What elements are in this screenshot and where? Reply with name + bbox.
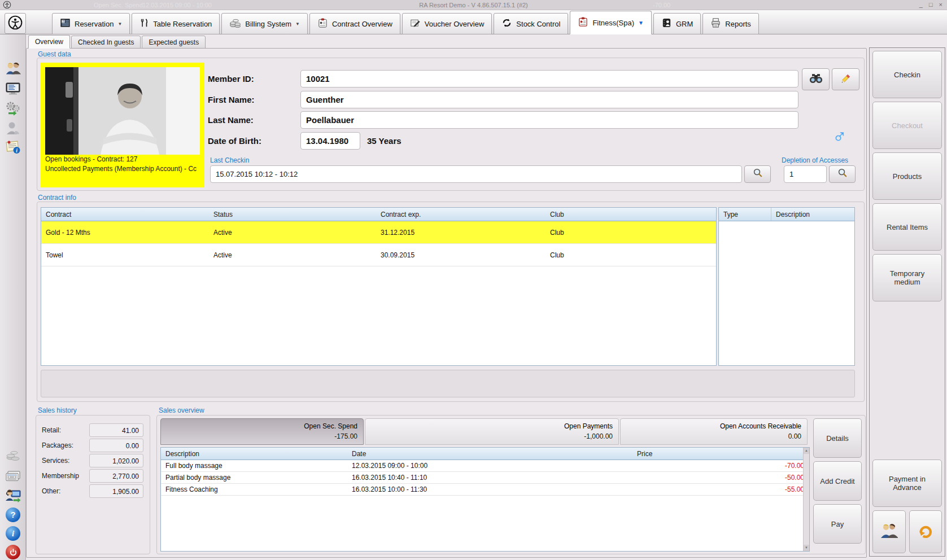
- last-checkin-search-button[interactable]: [744, 165, 771, 183]
- info-icon[interactable]: i: [5, 525, 21, 542]
- retail-value: 41.00: [89, 423, 143, 437]
- open-sec-spend-panel[interactable]: Open Sec. Spend -175.00: [160, 418, 364, 445]
- tab-contract-overview[interactable]: Contract Overview: [309, 13, 400, 34]
- last-checkin-field[interactable]: [210, 165, 742, 183]
- checkin-button[interactable]: Checkin: [872, 51, 942, 98]
- binoculars-icon: [809, 73, 823, 86]
- guest-data-group: Open bookings - Contract: 127 Uncollecte…: [37, 58, 865, 191]
- tab-label: Reports: [725, 20, 751, 28]
- cell-contract-exp: 31.12.2015: [376, 229, 545, 237]
- power-icon[interactable]: [5, 544, 21, 560]
- payment-in-advance-button[interactable]: Payment in Advance: [872, 460, 942, 507]
- scroll-up-icon[interactable]: ▲: [804, 448, 809, 454]
- close-button[interactable]: ×: [939, 1, 942, 8]
- panel-label: Open Accounts Receivable: [621, 422, 801, 430]
- search-member-button[interactable]: [802, 68, 830, 90]
- cell-club: Club: [545, 229, 716, 237]
- action-panel: Checkin Checkout Products Rental Items T…: [869, 47, 945, 557]
- contract-row[interactable]: Towel Active 30.09.2015 Club: [41, 244, 716, 266]
- sales-row[interactable]: Fitness Coaching 16.03.2015 10:00 - 11:3…: [161, 484, 809, 496]
- coins-gray-icon[interactable]: [5, 446, 21, 463]
- sales-row[interactable]: Partial body massage 16.03.2015 10:40 - …: [161, 472, 809, 484]
- app-window: Open Sec. Spend 12.03.2015 09:00 - 10:00…: [0, 0, 947, 560]
- main-toolbar: 7 Reservation ▼ Table Reservation Billin…: [0, 10, 947, 34]
- tab-reservation[interactable]: 7 Reservation ▼: [52, 13, 130, 34]
- open-accounts-receivable-panel[interactable]: Open Accounts Receivable 0.00: [620, 418, 808, 445]
- guests-couple-icon[interactable]: [5, 60, 21, 77]
- couple-icon: [879, 522, 899, 542]
- column-header[interactable]: Contract exp.: [376, 208, 545, 221]
- products-button[interactable]: Products: [872, 152, 942, 200]
- gears-sync-icon[interactable]: [5, 100, 21, 117]
- subtab-overview[interactable]: Overview: [28, 35, 70, 49]
- depletion-field[interactable]: [784, 165, 827, 183]
- sales-overview-group: Open Sec. Spend -175.00 Open Payments -1…: [156, 415, 866, 554]
- pencil-icon: [839, 72, 853, 88]
- tab-label: Billing System: [245, 20, 291, 28]
- tab-fitness-spa[interactable]: Fitness(Spa) ▼: [570, 11, 652, 34]
- magnifier-icon: [752, 168, 763, 181]
- orange-refresh-icon: [917, 523, 934, 541]
- cell-price: -70.00: [632, 462, 809, 470]
- sales-row[interactable]: Full body massage 12.03.2015 09:00 - 10:…: [161, 460, 809, 472]
- subtab-expected-guests[interactable]: Expected guests: [142, 36, 206, 49]
- column-header[interactable]: Date: [347, 448, 632, 460]
- age-text: 35 Years: [367, 136, 402, 146]
- column-header[interactable]: Price: [632, 448, 809, 460]
- column-header[interactable]: Contract: [41, 208, 209, 221]
- tab-billing-system[interactable]: Billing System ▼: [221, 13, 308, 34]
- column-header[interactable]: Description: [161, 448, 347, 460]
- contract-row-selected[interactable]: Gold - 12 Mths Active 31.12.2015 Club: [41, 221, 716, 244]
- checkout-button[interactable]: Checkout: [872, 102, 942, 149]
- column-header[interactable]: Type: [719, 208, 771, 221]
- guest-accounts-button[interactable]: [872, 510, 906, 553]
- monitor-list-icon[interactable]: [5, 80, 21, 97]
- contract-info-group: Contract Status Contract exp. Club Gold …: [37, 202, 865, 402]
- calendar-grid-icon: 7: [60, 18, 71, 30]
- add-credit-button[interactable]: Add Credit: [813, 461, 862, 501]
- accessibility-button[interactable]: [5, 13, 26, 34]
- subtab-checked-in-guests[interactable]: Checked In guests: [71, 36, 141, 49]
- tab-reports[interactable]: Reports: [702, 13, 759, 34]
- column-header[interactable]: Club: [545, 208, 716, 221]
- person-gray-icon[interactable]: [5, 120, 21, 137]
- last-checkin-label: Last Checkin: [210, 156, 249, 164]
- refresh-undo-button[interactable]: [909, 510, 942, 553]
- open-payments-panel[interactable]: Open Payments -1,000.00: [365, 418, 619, 445]
- other-value: 1,905.00: [89, 484, 143, 498]
- sales-table-scrollbar[interactable]: ▲ ▼: [803, 448, 809, 551]
- pay-button[interactable]: Pay: [813, 504, 862, 544]
- maximize-button[interactable]: □: [929, 1, 933, 8]
- tab-stock-control[interactable]: Stock Control: [494, 13, 568, 34]
- dob-field[interactable]: [300, 132, 360, 150]
- tab-label: Stock Control: [516, 20, 560, 28]
- member-id-field[interactable]: [300, 70, 798, 88]
- details-button[interactable]: Details: [813, 418, 862, 458]
- subtab-label: Checked In guests: [78, 38, 134, 46]
- last-name-field[interactable]: [300, 111, 798, 129]
- depletion-search-button[interactable]: [829, 165, 856, 183]
- note-info-icon[interactable]: i: [5, 138, 21, 155]
- contract-table: Contract Status Contract exp. Club Gold …: [41, 207, 717, 366]
- edit-member-button[interactable]: [832, 68, 859, 90]
- guest-data-label: Guest data: [38, 50, 71, 58]
- scroll-down-icon[interactable]: ▼: [804, 545, 809, 551]
- tab-grm[interactable]: GRM: [653, 13, 701, 34]
- svg-text:i: i: [16, 148, 18, 154]
- panel-value: -175.00: [161, 432, 357, 440]
- button-label: Rental Items: [887, 223, 928, 231]
- tab-table-reservation[interactable]: Table Reservation: [132, 13, 220, 34]
- column-header[interactable]: Status: [209, 208, 376, 221]
- tab-voucher-overview[interactable]: Voucher Overview: [402, 13, 492, 34]
- support-agent-icon[interactable]: [5, 487, 21, 504]
- temporary-medium-button[interactable]: Temporary medium: [872, 254, 942, 301]
- cell-description: Fitness Coaching: [161, 485, 347, 493]
- help-icon[interactable]: ?: [5, 506, 21, 523]
- first-name-field[interactable]: [300, 91, 798, 108]
- rental-items-button[interactable]: Rental Items: [872, 203, 942, 251]
- photo-alert-line-2: Uncollected Payments (Membership Account…: [45, 164, 200, 174]
- column-header[interactable]: Description: [771, 208, 854, 221]
- keyboard-icon[interactable]: [5, 467, 21, 484]
- minimize-button[interactable]: _: [919, 1, 923, 8]
- guest-photo-alert[interactable]: Open bookings - Contract: 127 Uncollecte…: [41, 63, 204, 187]
